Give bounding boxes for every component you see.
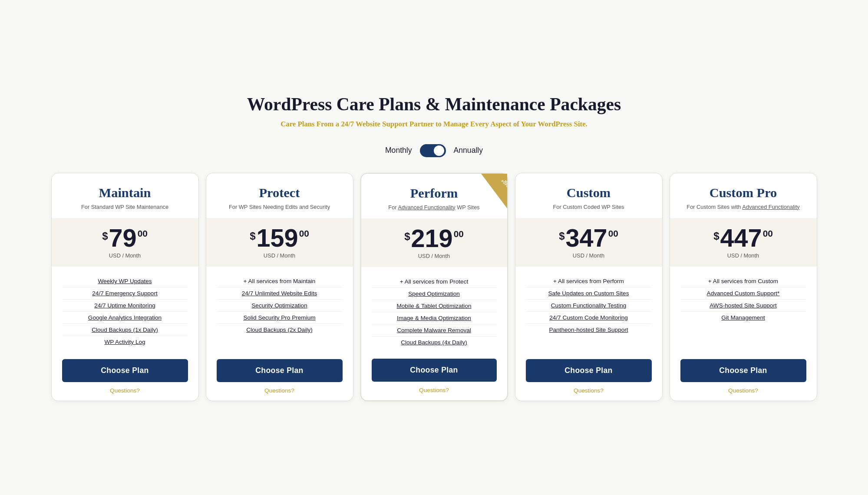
price-section-custom-pro: $ 447 00 USD / Month — [670, 218, 817, 267]
price-period: USD / Month — [372, 253, 497, 259]
plans-grid: Maintain For Standard WP Site Maintenanc… — [22, 173, 847, 402]
price-period: USD / Month — [62, 252, 188, 259]
feature-item: + All services from Perform — [526, 275, 652, 287]
price-dollar: $ — [102, 230, 108, 242]
choose-plan-button-perform[interactable]: Choose Plan — [372, 359, 497, 382]
plan-card-maintain: Maintain For Standard WP Site Maintenanc… — [51, 173, 199, 402]
feature-item: Security Optimization — [217, 300, 343, 312]
feature-item: Safe Updates on Custom Sites — [526, 287, 652, 300]
feature-item: WP Activity Log — [62, 336, 188, 348]
cta-section-perform: Choose Plan Questions? — [361, 348, 507, 400]
plan-header-protect: Protect For WP Sites Needing Edits and S… — [206, 173, 353, 211]
price-cents: 00 — [299, 228, 309, 239]
price-cents: 00 — [454, 229, 464, 239]
plan-header-custom: Custom For Custom Coded WP Sites — [515, 173, 662, 211]
questions-link-custom[interactable]: Questions? — [526, 387, 652, 394]
page-header: WordPress Care Plans & Maintenance Packa… — [22, 94, 847, 129]
svg-marker-0 — [481, 174, 507, 208]
price-row: $ 79 00 — [62, 226, 188, 251]
price-dollar: $ — [404, 231, 410, 243]
features-section-perform: + All services from ProtectSpeed Optimiz… — [361, 267, 507, 348]
feature-item: 24/7 Emergency Support — [62, 287, 188, 300]
toggle-knob — [434, 145, 444, 156]
price-dollar: $ — [559, 230, 564, 242]
page-subtitle: Care Plans From a 24/7 Website Support P… — [22, 120, 847, 129]
annually-label: Annually — [454, 146, 483, 155]
feature-item: Solid Security Pro Premium — [217, 312, 343, 324]
feature-item: + All services from Protect — [372, 276, 497, 288]
plan-card-perform: MOST POPULAR Perform For Advanced Functi… — [360, 173, 508, 402]
plan-desc-custom: For Custom Coded WP Sites — [526, 203, 652, 211]
questions-link-maintain[interactable]: Questions? — [62, 387, 188, 394]
features-section-custom: + All services from PerformSafe Updates … — [515, 267, 662, 349]
price-section-perform: $ 219 00 USD / Month — [361, 218, 507, 267]
price-amount: 159 — [257, 226, 298, 251]
cta-section-custom-pro: Choose Plan Questions? — [670, 349, 817, 401]
price-period: USD / Month — [526, 252, 652, 259]
plan-desc-maintain: For Standard WP Site Maintenance — [62, 203, 188, 211]
feature-item: Speed Optimization — [372, 288, 497, 300]
price-period: USD / Month — [217, 252, 343, 259]
price-cents: 00 — [608, 228, 618, 239]
feature-item: Complete Malware Removal — [372, 324, 497, 337]
price-amount: 447 — [720, 226, 762, 251]
feature-item: 24/7 Custom Code Monitoring — [526, 312, 652, 324]
price-amount: 79 — [109, 226, 137, 251]
feature-item: Cloud Backups (1x Daily) — [62, 324, 188, 336]
feature-item: Advanced Custom Support* — [680, 287, 806, 300]
price-cents: 00 — [763, 228, 773, 239]
plan-header-maintain: Maintain For Standard WP Site Maintenanc… — [52, 173, 198, 211]
plan-card-custom: Custom For Custom Coded WP Sites $ 347 0… — [515, 173, 663, 402]
price-cents: 00 — [138, 228, 148, 239]
price-dollar: $ — [250, 230, 255, 242]
questions-link-custom-pro[interactable]: Questions? — [680, 387, 806, 394]
price-row: $ 347 00 — [526, 226, 652, 251]
price-row: $ 159 00 — [217, 226, 343, 251]
feature-item: Custom Functionality Testing — [526, 300, 652, 312]
feature-item: Cloud Backups (2x Daily) — [217, 324, 343, 336]
price-row: $ 219 00 — [372, 226, 497, 251]
feature-item: Mobile & Tablet Optimization — [372, 300, 497, 312]
page-wrapper: WordPress Care Plans & Maintenance Packa… — [22, 94, 847, 402]
monthly-label: Monthly — [385, 146, 412, 155]
plan-name-custom-pro: Custom Pro — [680, 185, 806, 201]
choose-plan-button-maintain[interactable]: Choose Plan — [62, 359, 188, 382]
page-title: WordPress Care Plans & Maintenance Packa… — [22, 94, 847, 115]
price-period: USD / Month — [680, 252, 806, 259]
feature-item: + All services from Custom — [680, 275, 806, 287]
questions-link-protect[interactable]: Questions? — [217, 387, 343, 394]
features-section-maintain: Weekly WP Updates24/7 Emergency Support2… — [52, 267, 198, 349]
plan-card-protect: Protect For WP Sites Needing Edits and S… — [206, 173, 353, 402]
plan-desc-protect: For WP Sites Needing Edits and Security — [217, 203, 343, 211]
feature-item: Weekly WP Updates — [62, 275, 188, 287]
plan-desc-custom-pro: For Custom Sites with Advanced Functiona… — [680, 203, 806, 211]
choose-plan-button-custom[interactable]: Choose Plan — [526, 359, 652, 382]
billing-toggle-container: Monthly Annually — [22, 144, 847, 157]
feature-item: AWS-hosted Site Support — [680, 300, 806, 312]
feature-item: 24/7 Unlimited Website Edits — [217, 287, 343, 300]
feature-item: Cloud Backups (4x Daily) — [372, 337, 497, 348]
price-section-maintain: $ 79 00 USD / Month — [52, 218, 198, 267]
feature-item: + All services from Maintain — [217, 275, 343, 287]
cta-section-custom: Choose Plan Questions? — [515, 349, 662, 401]
feature-item: Image & Media Optimization — [372, 312, 497, 324]
choose-plan-button-protect[interactable]: Choose Plan — [217, 359, 343, 382]
plan-header-custom-pro: Custom Pro For Custom Sites with Advance… — [670, 173, 817, 211]
choose-plan-button-custom-pro[interactable]: Choose Plan — [680, 359, 806, 382]
plan-name-custom: Custom — [526, 185, 652, 201]
price-amount: 347 — [566, 226, 607, 251]
feature-item: Google Analytics Integration — [62, 312, 188, 324]
feature-item: Git Management — [680, 312, 806, 323]
questions-link-perform[interactable]: Questions? — [372, 387, 497, 393]
billing-toggle-switch[interactable] — [420, 144, 446, 157]
price-row: $ 447 00 — [680, 226, 806, 251]
price-dollar: $ — [713, 230, 719, 242]
plan-card-custom-pro: Custom Pro For Custom Sites with Advance… — [670, 173, 817, 402]
cta-section-protect: Choose Plan Questions? — [206, 349, 353, 401]
cta-section-maintain: Choose Plan Questions? — [52, 349, 198, 401]
features-section-custom-pro: + All services from CustomAdvanced Custo… — [670, 267, 817, 349]
feature-item: 24/7 Uptime Monitoring — [62, 300, 188, 312]
features-section-protect: + All services from Maintain24/7 Unlimit… — [206, 267, 353, 349]
price-amount: 219 — [411, 226, 453, 251]
most-popular-badge: MOST POPULAR — [472, 174, 507, 208]
